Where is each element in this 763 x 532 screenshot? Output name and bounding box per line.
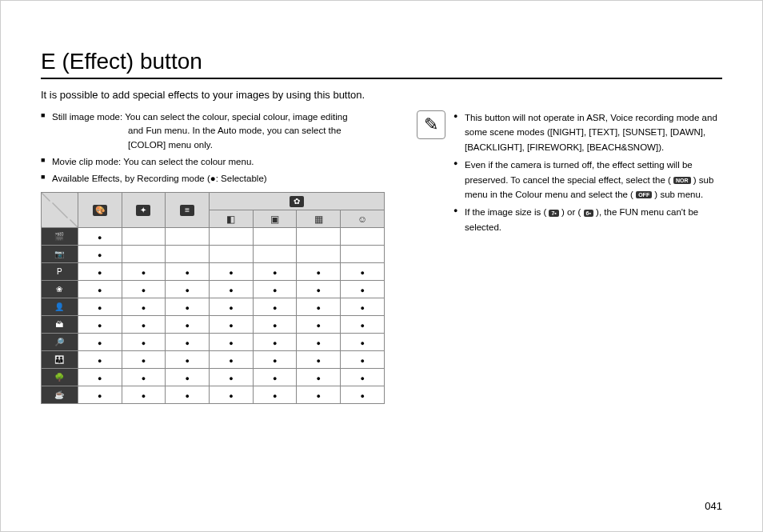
palette-icon: 🎨 [93, 205, 107, 216]
table-row: 👪 [42, 351, 385, 369]
bullet-label: Still image mode: [52, 112, 122, 122]
adjust-icon: ≡ [180, 205, 194, 216]
row-movie: 🎬 [42, 228, 78, 246]
fun-mosaic-icon: ▦ [311, 214, 326, 225]
table-cell [341, 316, 385, 334]
table-cell [122, 369, 166, 386]
table-cell [122, 334, 166, 351]
bullet-text: and Fun menu. In the Auto mode, you can … [52, 124, 385, 138]
table-cell [166, 298, 210, 316]
bullet-text: [COLOR] menu only. [52, 138, 385, 152]
col-fun-mosaic: ▦ [297, 210, 341, 228]
table-cell [253, 298, 297, 316]
intro-text: It is possible to add special effects to… [41, 89, 722, 101]
row-closeup: 🔎 [42, 334, 78, 351]
table-row: P [42, 263, 385, 281]
table-cell [297, 281, 341, 298]
table-cell [78, 351, 122, 369]
table-cell [297, 246, 341, 263]
table-cell [210, 228, 254, 246]
table-corner [42, 193, 78, 228]
note-2: Even if the camera is turned off, the ef… [453, 158, 722, 202]
col-adjust: ≡ [166, 193, 210, 228]
table-cell [78, 228, 122, 246]
pen-icon: ✎ [424, 114, 438, 135]
table-cell [78, 334, 122, 351]
portrait-icon: 👤 [52, 302, 66, 313]
program-icon: P [52, 266, 66, 278]
table-cell [341, 263, 385, 281]
note-3: If the image size is ( 7▪ ) or ( 6▪ ), t… [453, 205, 722, 234]
nor-label-icon: NOR [673, 177, 691, 184]
table-cell [253, 263, 297, 281]
effects-table: 🎨 ✦ ≡ ✿ ◧ ▣ ▦ ☺ 🎬📷P❀👤🏔🔎👪🌳☕ [41, 192, 385, 404]
table-cell [341, 334, 385, 351]
table-cell [210, 351, 254, 369]
col-fun-group: ✿ [210, 193, 385, 210]
bullet-still-image: Still image mode: You can select the col… [41, 110, 385, 152]
table-cell [78, 263, 122, 281]
row-forest: 🌳 [42, 369, 78, 386]
table-cell [253, 281, 297, 298]
table-cell [122, 263, 166, 281]
table-cell [210, 246, 254, 263]
table-cell [78, 316, 122, 334]
page-number: 041 [705, 500, 722, 512]
bullet-movie-clip: Movie clip mode: You can select the colo… [41, 155, 385, 169]
closeup-icon: 🔎 [52, 337, 66, 348]
macro-icon: ❀ [52, 284, 66, 295]
row-portrait: 👤 [42, 298, 78, 316]
right-notes: This button will not operate in ASR, Voi… [453, 110, 722, 404]
left-bullets: Still image mode: You can select the col… [41, 110, 385, 186]
col-fun-frame: ▣ [253, 210, 297, 228]
table-cell [253, 351, 297, 369]
fun-icon: ✿ [290, 196, 304, 207]
table-cell [122, 298, 166, 316]
table-cell [253, 246, 297, 263]
table-cell [78, 369, 122, 386]
note-icon-box: ✎ [417, 110, 445, 139]
table-cell [166, 281, 210, 298]
table-cell [210, 386, 254, 404]
movie-icon: 🎬 [52, 231, 66, 242]
table-cell [341, 298, 385, 316]
bullet-text: You can select the colour, special colou… [125, 112, 347, 122]
size-6-icon: 6▪ [584, 210, 593, 217]
table-cell [297, 263, 341, 281]
table-cell [166, 369, 210, 386]
table-cell [341, 228, 385, 246]
table-row: ☕ [42, 386, 385, 404]
col-palette: 🎨 [78, 193, 122, 228]
fun-face-icon: ☺ [355, 214, 370, 225]
table-cell [78, 298, 122, 316]
children-icon: 👪 [52, 354, 66, 366]
row-cafe: ☕ [42, 386, 78, 404]
row-camera: 📷 [42, 246, 78, 263]
table-cell [122, 228, 166, 246]
col-fun-face: ☺ [341, 210, 385, 228]
table-cell [166, 263, 210, 281]
table-row: 🏔 [42, 316, 385, 334]
table-row: 👤 [42, 298, 385, 316]
table-cell [166, 351, 210, 369]
table-cell [122, 246, 166, 263]
bullet-available: Available Effects, by Recording mode (●:… [41, 172, 385, 186]
row-macro: ❀ [42, 281, 78, 298]
table-cell [78, 386, 122, 404]
table-cell [166, 334, 210, 351]
table-cell [122, 316, 166, 334]
table-cell [341, 369, 385, 386]
table-cell [166, 316, 210, 334]
table-cell [122, 386, 166, 404]
off-label-icon: OFF [636, 191, 652, 198]
fun-dark-icon: ◧ [224, 214, 238, 225]
table-cell [297, 386, 341, 404]
table-row: 🎬 [42, 228, 385, 246]
table-cell [166, 228, 210, 246]
fun-frame-icon: ▣ [268, 214, 282, 225]
table-cell [253, 316, 297, 334]
table-cell [166, 246, 210, 263]
table-cell [341, 281, 385, 298]
table-cell [253, 369, 297, 386]
size-7-icon: 7▪ [549, 210, 558, 217]
